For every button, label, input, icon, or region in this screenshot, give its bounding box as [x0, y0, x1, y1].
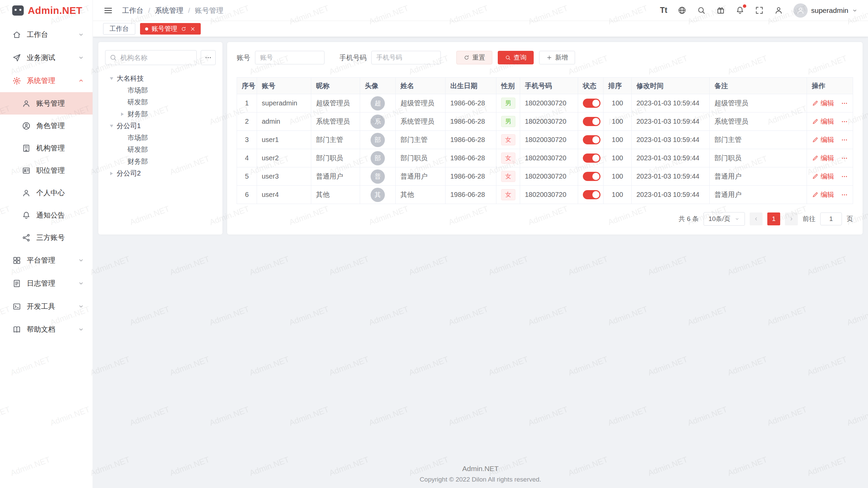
- chevron-up-icon: [78, 77, 84, 84]
- status-toggle[interactable]: [583, 117, 600, 126]
- add-button[interactable]: 新增: [539, 51, 575, 64]
- sidebar-item-log-mgmt[interactable]: 日志管理: [0, 272, 93, 295]
- status-toggle[interactable]: [583, 190, 600, 199]
- query-button[interactable]: 查询: [498, 51, 534, 64]
- sidebar-item-third-account[interactable]: 三方账号: [0, 226, 93, 249]
- row-more-button[interactable]: [841, 118, 848, 126]
- sidebar-item-role-mgmt[interactable]: 角色管理: [0, 115, 93, 137]
- chevron-down-icon: [78, 257, 84, 264]
- theme-icon[interactable]: [716, 6, 725, 15]
- status-toggle[interactable]: [583, 99, 600, 108]
- cell-remark: 部门主管: [710, 131, 807, 149]
- cell-remark: 普通用户: [710, 186, 807, 204]
- org-search-input[interactable]: [105, 50, 197, 65]
- tree-caret-icon[interactable]: [119, 110, 126, 118]
- page-size-select[interactable]: 10条/页: [704, 212, 745, 226]
- sidebar-item-label: 系统管理: [27, 76, 78, 85]
- chevron-down-icon: [78, 303, 84, 310]
- row-more-button[interactable]: [841, 154, 848, 162]
- sidebar-item-dev-tools[interactable]: 开发工具: [0, 295, 93, 318]
- search-icon[interactable]: [697, 6, 706, 15]
- cell-nickname: 系统管理员: [311, 113, 360, 131]
- sidebar-item-workbench[interactable]: 工作台: [0, 23, 93, 46]
- sidebar-item-org-mgmt[interactable]: 机构管理: [0, 137, 93, 159]
- edit-button[interactable]: 编辑: [812, 190, 834, 199]
- search-icon: [505, 55, 511, 61]
- avatar-user-icon: [796, 6, 805, 15]
- account-filter-input[interactable]: [255, 51, 324, 64]
- row-more-button[interactable]: [841, 136, 848, 144]
- refresh-icon: [463, 55, 470, 61]
- row-more-button[interactable]: [841, 172, 848, 181]
- sidebar-item-help-docs[interactable]: 帮助文档: [0, 318, 93, 341]
- row-more-button[interactable]: [841, 191, 848, 199]
- header-row: 序号账号昵称头像姓名出生日期性别手机号码状态排序修改时间备注操作: [237, 78, 853, 94]
- column-header: 修改时间: [632, 78, 710, 94]
- sidebar-item-business-test[interactable]: 业务测试: [0, 46, 93, 69]
- cell-remark: 部门职员: [710, 149, 807, 167]
- tree-node[interactable]: 研发部: [105, 144, 216, 156]
- app-logo[interactable]: Admin.NET: [0, 0, 93, 21]
- tab-close-icon[interactable]: [190, 26, 196, 32]
- tree-caret-icon[interactable]: [108, 75, 115, 82]
- language-icon[interactable]: [677, 6, 687, 15]
- prev-page-button[interactable]: [750, 212, 763, 225]
- status-toggle[interactable]: [583, 172, 600, 181]
- status-toggle[interactable]: [583, 154, 600, 163]
- menu-toggle-icon[interactable]: [103, 5, 113, 16]
- page-button-1[interactable]: 1: [767, 212, 780, 225]
- reset-label: 重置: [472, 53, 485, 62]
- tree-node[interactable]: 分公司2: [105, 167, 216, 179]
- account-panel: 账号 手机号码 重置 查询 新增 序号账: [227, 42, 863, 235]
- sidebar-item-account-mgmt[interactable]: 账号管理: [0, 92, 93, 115]
- grid-icon: [12, 256, 21, 265]
- row-more-button[interactable]: [841, 99, 848, 107]
- tree-node[interactable]: 研发部: [105, 96, 216, 108]
- edit-button[interactable]: 编辑: [812, 135, 834, 144]
- breadcrumb-item[interactable]: 工作台: [122, 6, 143, 15]
- tree-node[interactable]: 分公司1: [105, 120, 216, 132]
- tab-refresh-icon[interactable]: [181, 26, 186, 32]
- tree-node[interactable]: 大名科技: [105, 73, 216, 84]
- sidebar-item-notice[interactable]: 通知公告: [0, 204, 93, 226]
- gender-badge: 女: [501, 152, 515, 163]
- status-toggle[interactable]: [583, 135, 600, 144]
- user-icon: [22, 188, 31, 198]
- tree-node[interactable]: 市场部: [105, 132, 216, 144]
- chevron-down-icon: [78, 326, 84, 333]
- tab-workbench[interactable]: 工作台: [103, 23, 135, 35]
- tree-node[interactable]: 财务部: [105, 108, 216, 120]
- tab-account-mgmt[interactable]: 账号管理: [140, 23, 201, 35]
- sidebar-item-position-mgmt[interactable]: 职位管理: [0, 159, 93, 182]
- tree-node[interactable]: 财务部: [105, 156, 216, 167]
- tree-node[interactable]: 市场部: [105, 84, 216, 96]
- sidebar-item-personal-center[interactable]: 个人中心: [0, 182, 93, 204]
- user-menu[interactable]: superadmin: [793, 3, 858, 18]
- goto-page-input[interactable]: [820, 212, 842, 225]
- fullscreen-icon[interactable]: [755, 6, 764, 15]
- user-avatar: [793, 3, 808, 18]
- pagination-total: 共 6 条: [678, 215, 698, 223]
- profile-icon[interactable]: [774, 6, 783, 15]
- edit-button[interactable]: 编辑: [812, 154, 834, 163]
- phone-filter-input[interactable]: [371, 51, 441, 64]
- tree-more-button[interactable]: [201, 50, 216, 65]
- tree-caret-icon[interactable]: [108, 122, 115, 130]
- sidebar-item-platform-mgmt[interactable]: 平台管理: [0, 249, 93, 272]
- edit-button[interactable]: 编辑: [812, 117, 834, 126]
- next-page-button[interactable]: [785, 212, 798, 225]
- table-row: 3user1部门主管部部门主管1986-06-28女18020030720100…: [237, 131, 853, 149]
- tree-caret-icon[interactable]: [108, 170, 115, 177]
- tree-node-label: 大名科技: [117, 74, 144, 83]
- edit-button[interactable]: 编辑: [812, 99, 834, 108]
- cell-remark: 系统管理员: [710, 113, 807, 131]
- column-header: 出生日期: [446, 78, 496, 94]
- reset-button[interactable]: 重置: [456, 51, 492, 64]
- font-size-icon[interactable]: Tt: [660, 6, 668, 15]
- breadcrumb-item[interactable]: 系统管理: [155, 6, 183, 15]
- sidebar-item-system-mgmt[interactable]: 系统管理: [0, 69, 93, 92]
- cell-sort: 100: [604, 94, 632, 113]
- cell-avatar: 部: [360, 131, 396, 149]
- notification-bell-icon[interactable]: [735, 6, 745, 15]
- edit-button[interactable]: 编辑: [812, 172, 834, 181]
